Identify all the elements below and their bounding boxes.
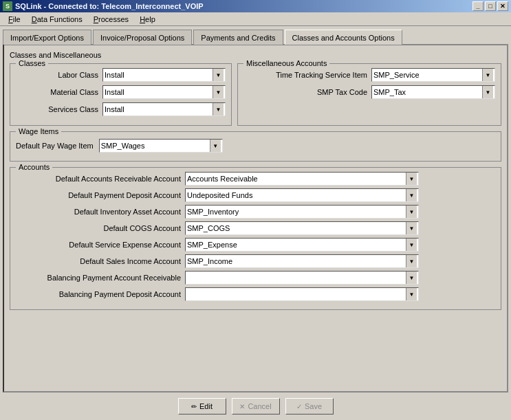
misc-accounts-label: Miscellaneous Accounts — [243, 59, 329, 67]
inventory-asset-select[interactable]: SMP_Inventory ▼ — [185, 205, 419, 219]
tab-classes-accounts[interactable]: Classes and Accounts Options — [285, 30, 402, 45]
labor-class-row: Labor Class Install ▼ — [16, 68, 226, 82]
material-class-arrow: ▼ — [213, 86, 224, 98]
page-title: Classes and Miscellaneous — [10, 51, 501, 59]
default-pay-wage-label: Default Pay Wage Item — [16, 142, 94, 150]
cogs-account-value: SMP_COGS — [187, 224, 406, 232]
bottom-bar: ✏ Edit ✕ Cancel ✓ Save — [0, 393, 511, 420]
service-expense-label: Default Service Expense Account — [16, 241, 181, 249]
ar-account-value: Accounts Receivable — [187, 175, 406, 183]
classes-group: Classes Labor Class Install ▼ Material C… — [10, 63, 232, 126]
menu-data-functions[interactable]: Data Functions — [26, 14, 88, 25]
menu-bar: File Data Functions Processes Help — [0, 12, 511, 26]
page-wrapper: Import/Export Options Invoice/Proposal O… — [0, 26, 511, 420]
labor-class-select[interactable]: Install ▼ — [102, 68, 226, 82]
services-class-arrow: ▼ — [213, 103, 224, 115]
cogs-account-row: Default COGS Account SMP_COGS ▼ — [16, 221, 495, 235]
app-icon: S — [3, 1, 12, 11]
inventory-asset-arrow: ▼ — [406, 206, 417, 218]
window-controls: _ □ ✕ — [472, 1, 508, 11]
sales-income-value: SMP_Income — [187, 257, 406, 265]
smp-tax-row: SMP Tax Code SMP_Tax ▼ — [243, 85, 495, 99]
misc-accounts-group: Miscellaneous Accounts Time Tracking Ser… — [237, 63, 501, 126]
service-expense-value: SMP_Expense — [187, 241, 406, 249]
labor-class-arrow: ▼ — [213, 69, 224, 81]
inventory-asset-value: SMP_Inventory — [187, 208, 406, 216]
services-class-value: Install — [105, 105, 213, 113]
ar-account-arrow: ▼ — [406, 173, 417, 185]
accounts-group: Accounts Default Accounts Receivable Acc… — [10, 167, 501, 310]
classes-group-label: Classes — [16, 59, 48, 67]
balancing-deposit-arrow: ▼ — [406, 288, 417, 300]
time-tracking-arrow: ▼ — [482, 69, 493, 81]
title-text: SQLink - Connected to: Telecom_Interconn… — [15, 2, 204, 10]
smp-tax-value: SMP_Tax — [373, 88, 482, 96]
save-label: Save — [305, 402, 322, 410]
edit-icon: ✏ — [191, 403, 197, 410]
payment-deposit-row: Default Payment Deposit Account Undeposi… — [16, 188, 495, 202]
maximize-button[interactable]: □ — [485, 1, 496, 11]
minimize-button[interactable]: _ — [472, 1, 483, 11]
balancing-deposit-row: Balancing Payment Deposit Account ▼ — [16, 287, 495, 301]
payment-deposit-label: Default Payment Deposit Account — [16, 191, 181, 199]
save-button[interactable]: ✓ Save — [285, 398, 334, 415]
wage-items-group: Wage Items Default Pay Wage Item SMP_Wag… — [10, 131, 501, 162]
cogs-account-select[interactable]: SMP_COGS ▼ — [185, 221, 419, 235]
ar-account-row: Default Accounts Receivable Account Acco… — [16, 172, 495, 186]
services-class-select[interactable]: Install ▼ — [102, 102, 226, 116]
service-expense-arrow: ▼ — [406, 239, 417, 251]
payment-deposit-select[interactable]: Undeposited Funds ▼ — [185, 188, 419, 202]
top-groups: Classes Labor Class Install ▼ Material C… — [10, 63, 501, 126]
services-class-row: Services Class Install ▼ — [16, 102, 226, 116]
tab-import-export[interactable]: Import/Export Options — [3, 30, 91, 45]
edit-label: Edit — [199, 402, 213, 410]
time-tracking-select[interactable]: SMP_Service ▼ — [371, 68, 495, 82]
accounts-group-label: Accounts — [16, 163, 52, 171]
default-pay-wage-select[interactable]: SMP_Wages ▼ — [99, 139, 223, 153]
ar-account-select[interactable]: Accounts Receivable ▼ — [185, 172, 419, 186]
ar-account-label: Default Accounts Receivable Account — [16, 175, 181, 183]
service-expense-row: Default Service Expense Account SMP_Expe… — [16, 238, 495, 252]
close-button[interactable]: ✕ — [497, 1, 508, 11]
cancel-button[interactable]: ✕ Cancel — [232, 398, 280, 415]
save-icon: ✓ — [296, 403, 302, 410]
material-class-value: Install — [105, 88, 213, 96]
cogs-account-arrow: ▼ — [406, 222, 417, 234]
time-tracking-value: SMP_Service — [373, 71, 482, 79]
time-tracking-row: Time Tracking Service Item SMP_Service ▼ — [243, 68, 495, 82]
smp-tax-select[interactable]: SMP_Tax ▼ — [371, 85, 495, 99]
cogs-account-label: Default COGS Account — [16, 224, 181, 232]
default-pay-wage-row: Default Pay Wage Item SMP_Wages ▼ — [16, 136, 495, 155]
balancing-ar-arrow: ▼ — [406, 272, 417, 284]
wage-items-label: Wage Items — [16, 127, 61, 135]
balancing-ar-select[interactable]: ▼ — [185, 271, 419, 285]
material-class-row: Material Class Install ▼ — [16, 85, 226, 99]
smp-tax-label: SMP Tax Code — [243, 88, 367, 96]
tab-invoice-proposal[interactable]: Invoice/Proposal Options — [93, 30, 192, 45]
default-pay-wage-arrow: ▼ — [210, 140, 221, 152]
cancel-label: Cancel — [248, 402, 271, 410]
balancing-ar-label: Balancing Payment Account Receivable — [16, 274, 181, 282]
cancel-icon: ✕ — [239, 403, 245, 410]
labor-class-value: Install — [105, 71, 213, 79]
sales-income-row: Default Sales Income Account SMP_Income … — [16, 254, 495, 268]
smp-tax-arrow: ▼ — [482, 86, 493, 98]
menu-processes[interactable]: Processes — [88, 14, 134, 25]
material-class-label: Material Class — [16, 88, 98, 96]
material-class-select[interactable]: Install ▼ — [102, 85, 226, 99]
title-bar: S SQLink - Connected to: Telecom_Interco… — [0, 0, 511, 12]
menu-file[interactable]: File — [3, 14, 26, 25]
services-class-label: Services Class — [16, 105, 98, 113]
balancing-deposit-label: Balancing Payment Deposit Account — [16, 290, 181, 298]
balancing-ar-row: Balancing Payment Account Receivable ▼ — [16, 271, 495, 285]
payment-deposit-value: Undeposited Funds — [187, 191, 406, 199]
sales-income-select[interactable]: SMP_Income ▼ — [185, 254, 419, 268]
time-tracking-label: Time Tracking Service Item — [243, 71, 367, 79]
edit-button[interactable]: ✏ Edit — [178, 398, 226, 415]
tab-payments-credits[interactable]: Payments and Credits — [193, 30, 283, 45]
default-pay-wage-value: SMP_Wages — [101, 142, 210, 150]
balancing-deposit-select[interactable]: ▼ — [185, 287, 419, 301]
inventory-asset-label: Default Inventory Asset Account — [16, 208, 181, 216]
service-expense-select[interactable]: SMP_Expense ▼ — [185, 238, 419, 252]
menu-help[interactable]: Help — [134, 14, 161, 25]
